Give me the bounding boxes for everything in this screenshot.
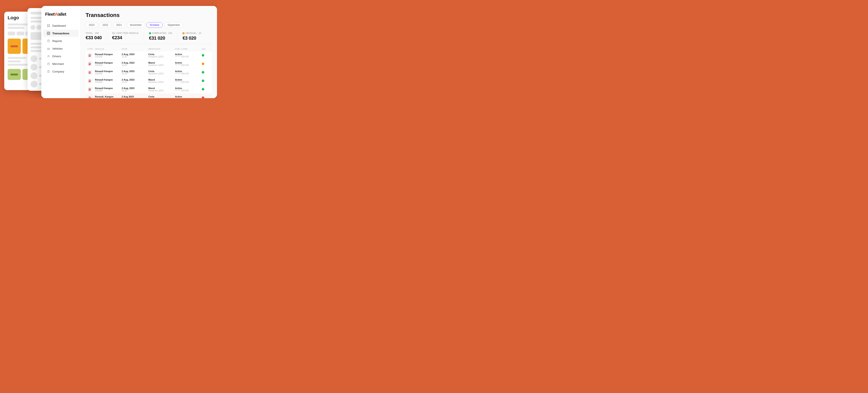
row-vehicle: Renault Kangoo 232D50 <box>95 61 121 66</box>
stat-unusual-badge: UNUSUAL · 12 <box>182 32 201 34</box>
stat-completed: COMPLETED · 125 €31 020 <box>149 32 172 41</box>
main-app-card: FleetWallet Dashboard <box>41 6 217 98</box>
svg-point-11 <box>49 50 50 50</box>
status-dot-green <box>202 80 204 82</box>
row-merchant: Maxol Dundrum L2023 <box>148 79 174 83</box>
sidebar-item-reports[interactable]: Reports <box>43 37 79 44</box>
skel-c2 <box>36 25 41 30</box>
sketch-line-2 <box>8 27 24 29</box>
filter-september[interactable]: September <box>164 22 183 28</box>
row-type-icon: ⛽ <box>87 95 92 98</box>
svg-rect-3 <box>49 26 50 27</box>
row-vehicle: Renault, Kangoo 4Y1SL658482411439 <box>95 95 121 98</box>
status-dot-orange <box>202 63 204 65</box>
transactions-label: Transactions <box>52 32 69 35</box>
row-type-icon: ⛽ <box>87 78 92 83</box>
table-row[interactable]: ⛽ Renault Kangoo 232D50 2 Aug, 2023 12:3… <box>86 51 212 59</box>
filter-october[interactable]: October <box>147 22 162 28</box>
row-merchant: Certa Dundrum L2023 <box>148 53 174 58</box>
unusual-badge-label: UNUSUAL · 12 <box>185 32 201 34</box>
row-date: 2 Aug, 2023 12:35 <box>122 53 148 58</box>
table-row[interactable]: ⛽ Renault Kangoo 232D50 2 Aug, 2023 12:3… <box>86 85 212 93</box>
skel-big-c2 <box>31 64 37 70</box>
row-vehicle: Renault Kangoo 232D50 <box>95 70 121 75</box>
vehicles-label: Vehicles <box>52 47 63 50</box>
status-dot-red <box>202 96 204 98</box>
row-status-indicator <box>202 96 210 98</box>
table-row[interactable]: ⛽ Renault Kangoo 232D50 2 Aug, 2023 12:3… <box>86 77 212 85</box>
sketch-line-5 <box>8 64 29 66</box>
stat-av-label: AV. COST PER VEHICLE <box>112 32 138 34</box>
row-date: 2 Aug, 2023 12:35 <box>122 61 148 66</box>
reports-icon <box>47 39 50 42</box>
reports-label: Reports <box>52 39 62 42</box>
svg-rect-0 <box>47 24 48 25</box>
drivers-icon <box>47 55 50 58</box>
sidebar-item-dashboard[interactable]: Dashboard <box>43 22 79 29</box>
row-fuel-card: Active *** *** 029 432 <box>175 53 201 58</box>
row-merchant: Certa Dundrum L2023 <box>148 70 174 75</box>
sidebar-item-transactions[interactable]: Transactions <box>43 30 79 37</box>
row-date: 2 Aug, 2023 12:35 <box>122 87 148 92</box>
stat-total-label: TOTAL · 250 <box>86 32 102 34</box>
filter-2023[interactable]: 2023 <box>86 22 98 28</box>
row-merchant: Maxol Dundrum L2023 <box>148 61 174 66</box>
sketch-line-3 <box>8 57 26 59</box>
stat-av-value: €234 <box>112 35 138 40</box>
sidebar-item-company[interactable]: Company <box>43 68 79 75</box>
stat-divider-1 <box>107 32 107 41</box>
status-dot-green <box>202 88 204 91</box>
row-type-icon: ⛽ <box>87 61 92 66</box>
filter-2022[interactable]: 2022 <box>99 22 112 28</box>
col-merchant: MERCHANT <box>148 48 174 50</box>
row-status-indicator <box>202 88 210 91</box>
sketch-pill-2 <box>17 32 24 35</box>
brand-name: FleetWallet <box>45 12 66 17</box>
row-fuel-card: Active *** *** 029 432 <box>175 95 201 98</box>
filter-2021[interactable]: 2021 <box>113 22 125 28</box>
completed-badge-label: COMPLETED · 125 <box>152 32 172 34</box>
row-fuel-card: Active *** *** 029 432 <box>175 70 201 75</box>
row-vehicle: Renault Kangoo 232D50 <box>95 79 121 83</box>
stat-unusual-value: €3 020 <box>182 35 201 41</box>
skel-big-c1 <box>31 55 37 62</box>
svg-rect-9 <box>47 49 50 50</box>
col-vehicle: VEHICLE <box>95 48 121 50</box>
sketch-line-4 <box>8 60 21 62</box>
company-label: Company <box>52 70 64 73</box>
col-fuel-card: FUEL CARD <box>175 48 201 50</box>
row-status-indicator <box>202 63 210 65</box>
merchant-icon <box>47 62 50 65</box>
row-status-indicator <box>202 54 210 57</box>
sidebar: FleetWallet Dashboard <box>41 6 81 98</box>
transactions-icon <box>47 32 50 35</box>
stat-divider-2 <box>144 32 144 41</box>
col-type: TYPE <box>87 48 94 50</box>
svg-rect-13 <box>48 64 50 65</box>
table-row-highlighted[interactable]: ⛽ Renault, Kangoo 4Y1SL658482411439 2 Au… <box>86 94 212 98</box>
filter-november[interactable]: November <box>127 22 145 28</box>
col-date: DATE <box>122 48 148 50</box>
row-type-icon: ⛽ <box>87 87 92 92</box>
sidebar-item-drivers[interactable]: Drivers <box>43 53 79 60</box>
merchant-label: Merchant <box>52 62 64 65</box>
table-row[interactable]: ⛽ Renault Kangoo 232D50 2 Aug, 2023 12:3… <box>86 60 212 68</box>
orange-block-1 <box>8 38 21 54</box>
transaction-table: ⛽ Renault Kangoo 232D50 2 Aug, 2023 12:3… <box>86 51 212 98</box>
svg-rect-1 <box>49 24 50 25</box>
svg-point-12 <box>48 55 49 56</box>
row-type-icon: ⛽ <box>87 70 92 75</box>
row-vehicle: Renault Kangoo 232D50 <box>95 53 121 58</box>
skel-r1 <box>31 32 42 40</box>
main-content: Transactions 2023 2022 2021 November Oct… <box>81 6 217 98</box>
orange-pill <box>10 46 18 47</box>
vehicles-icon <box>47 47 50 50</box>
company-icon <box>47 70 50 73</box>
table-header: TYPE VEHICLE DATE MERCHANT FUEL CARD STA <box>86 48 212 51</box>
green-block-1 <box>8 69 21 80</box>
completed-dot <box>149 32 151 34</box>
sidebar-item-vehicles[interactable]: Vehicles <box>43 45 79 52</box>
sidebar-item-merchant[interactable]: Merchant <box>43 60 79 67</box>
table-row[interactable]: ⛽ Renault Kangoo 232D50 2 Aug, 2023 12:3… <box>86 68 212 76</box>
col-status: STA <box>202 48 210 50</box>
